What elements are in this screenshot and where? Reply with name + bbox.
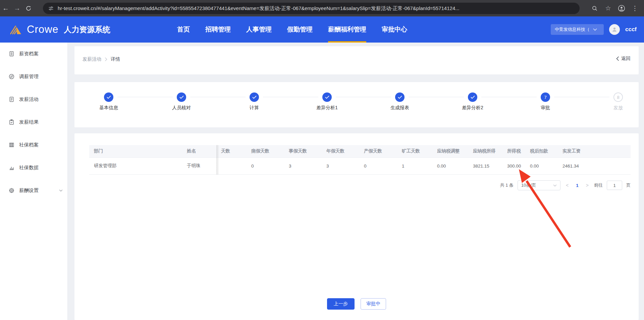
browser-back-icon[interactable]: ← xyxy=(0,4,11,12)
brand-name: Crowe xyxy=(27,23,59,36)
step-6-diff-analysis-2[interactable] xyxy=(468,92,477,102)
nav-item-approval-center[interactable]: 审批中心 xyxy=(382,16,407,43)
company-select[interactable]: 中竞发信息科技（ xyxy=(551,24,604,35)
step-label: 生成报表 xyxy=(376,105,423,111)
app-header: Crowe 人力资源系统 首页 招聘管理 人事管理 假勤管理 薪酬福利管理 审批… xyxy=(0,16,644,43)
file-icon xyxy=(9,51,14,57)
gear-icon xyxy=(9,188,14,193)
cell-personal-days: 3 xyxy=(284,157,322,174)
step-connector xyxy=(409,97,464,97)
cell-after-tax-deduction: 0.00 xyxy=(525,157,558,174)
active-tab-underline xyxy=(328,41,366,43)
step-4-diff-analysis-1[interactable] xyxy=(322,92,332,102)
sidebar-item-salary-archive[interactable]: 薪资档案 xyxy=(0,44,67,63)
breadcrumb-current: 详情 xyxy=(111,56,120,62)
page-unit-label: 页 xyxy=(626,182,631,188)
step-1-basic-info[interactable] xyxy=(104,92,113,102)
col-tax-adjust: 应纳税调整 xyxy=(432,145,468,157)
check-icon xyxy=(179,95,184,99)
table-row[interactable]: 研发管理部 于明珠 0 3 3 0 1 0.00 3821.15 300.00 … xyxy=(89,157,631,174)
check-icon xyxy=(471,95,475,99)
cell-tax-adjust: 0.00 xyxy=(432,157,468,174)
current-page[interactable]: 1 xyxy=(574,183,581,188)
total-count: 共 1 条 xyxy=(500,182,514,188)
chevron-down-icon xyxy=(59,189,63,192)
col-sick-days: 病假天数 xyxy=(247,145,284,157)
user-avatar[interactable] xyxy=(609,24,620,35)
page-size-select[interactable]: 10条/页 xyxy=(518,180,560,190)
step-connector xyxy=(481,97,537,97)
url-text[interactable]: hr-test.croweit.cn/#/salaryManagement/ad… xyxy=(58,5,460,12)
breadcrumb-separator-icon xyxy=(105,57,107,61)
cell-income-tax: 300.00 xyxy=(502,157,525,174)
zoom-icon[interactable] xyxy=(589,3,600,14)
cell-maternity-days: 0 xyxy=(359,157,397,174)
col-after-tax-deduction: 税后扣款 xyxy=(525,145,558,157)
browser-reload-icon[interactable] xyxy=(23,5,34,11)
archive-icon xyxy=(9,142,14,148)
breadcrumb-payroll-activity[interactable]: 发薪活动 xyxy=(83,56,101,62)
step-2-personnel-check[interactable] xyxy=(177,92,186,102)
col-absent-days: 旷工天数 xyxy=(397,145,432,157)
prev-page-button[interactable]: < xyxy=(565,183,570,188)
browser-menu-icon[interactable]: ⋮ xyxy=(629,3,641,14)
step-3-calculate[interactable] xyxy=(250,92,259,102)
prev-step-button[interactable]: 上一步 xyxy=(327,298,355,310)
check-icon xyxy=(107,95,111,99)
chevron-left-icon xyxy=(616,56,619,61)
exchange-icon xyxy=(9,74,14,79)
sidebar-item-social-archive[interactable]: 社保档案 xyxy=(0,135,67,154)
step-7-approval[interactable]: 7 xyxy=(541,92,550,102)
cell-taxable-income: 3821.15 xyxy=(468,157,502,174)
sidebar-item-payroll-result[interactable]: 发薪结果 xyxy=(0,113,67,131)
col-personal-days: 事假天数 xyxy=(284,145,322,157)
step-connector xyxy=(117,97,173,97)
brand: Crowe 人力资源系统 xyxy=(0,23,110,36)
breadcrumb-card: 发薪活动 详情 返回 xyxy=(74,46,639,74)
bookmark-star-icon[interactable]: ☆ xyxy=(602,3,614,14)
bottom-actions: 上一步 审批中 xyxy=(74,298,639,310)
step-label: 基本信息 xyxy=(85,105,132,111)
nav-item-hr[interactable]: 人事管理 xyxy=(246,16,272,43)
step-label: 审批 xyxy=(522,105,569,111)
bar-chart-icon xyxy=(9,165,14,171)
next-page-button[interactable]: > xyxy=(585,183,590,188)
salary-table: 部门 姓名 天数 病假天数 事假天数 年假天数 产假天数 旷工天数 应纳税调整 … xyxy=(89,145,631,175)
sidebar-item-payroll-activity[interactable]: 发薪活动 xyxy=(0,90,67,109)
step-8-payout[interactable]: 8 xyxy=(613,92,623,102)
col-net-pay: 实发工资 xyxy=(558,145,631,157)
col-income-tax: 所得税 xyxy=(502,145,525,157)
crowe-logo-icon xyxy=(9,24,23,35)
profile-icon[interactable] xyxy=(616,3,627,14)
col-annual-days: 年假天数 xyxy=(322,145,359,157)
cell-name: 于明珠 xyxy=(182,157,216,174)
back-button[interactable]: 返回 xyxy=(616,56,631,62)
sidebar-item-salary-adjust[interactable]: 调薪管理 xyxy=(0,67,67,86)
col-days-truncated: 天数 xyxy=(216,145,247,157)
page-goto-input[interactable] xyxy=(607,181,622,190)
table-card: 部门 姓名 天数 病假天数 事假天数 年假天数 产假天数 旷工天数 应纳税调整 … xyxy=(74,133,639,320)
approval-status-button[interactable]: 审批中 xyxy=(361,298,386,310)
step-label: 差异分析2 xyxy=(449,105,496,111)
site-settings-icon[interactable] xyxy=(48,6,54,11)
goto-label: 前往 xyxy=(594,182,603,188)
nav-item-home[interactable]: 首页 xyxy=(177,16,190,43)
sidebar-item-social-data[interactable]: 社保数据 xyxy=(0,158,67,177)
nav-item-recruit[interactable]: 招聘管理 xyxy=(205,16,231,43)
cell-sick-days: 0 xyxy=(247,157,284,174)
nav-item-salary-benefits[interactable]: 薪酬福利管理 xyxy=(328,16,366,43)
step-5-generate-report[interactable] xyxy=(395,92,405,102)
steps-card: 7 8 基本信息 人员核对 计算 差异分析1 生成报表 差异分析2 审批 发放 xyxy=(74,82,639,127)
check-icon xyxy=(325,95,329,99)
step-label: 人员核对 xyxy=(158,105,205,111)
col-dept: 部门 xyxy=(89,145,182,157)
url-bar[interactable]: hr-test.croweit.cn/#/salaryManagement/ad… xyxy=(43,3,580,14)
browser-forward-icon[interactable]: → xyxy=(11,4,23,12)
step-connector xyxy=(336,97,391,97)
nav-item-attendance[interactable]: 假勤管理 xyxy=(287,16,313,43)
sidebar-item-salary-settings[interactable]: 薪酬设置 xyxy=(0,181,67,200)
product-name: 人力资源系统 xyxy=(64,24,110,35)
username[interactable]: cccf xyxy=(625,26,637,33)
step-connector xyxy=(554,97,609,97)
company-select-value: 中竞发信息科技（ xyxy=(555,26,590,33)
